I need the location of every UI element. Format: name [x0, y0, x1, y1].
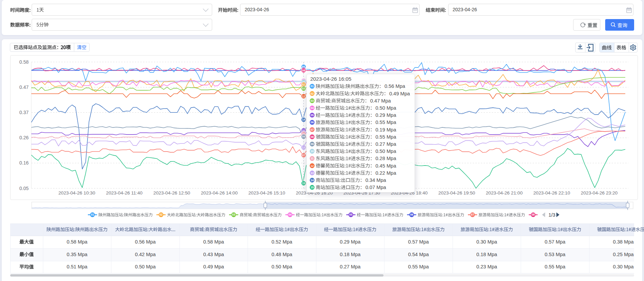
svg-text:0.38 Mpa: 0.38 Mpa — [613, 239, 634, 245]
svg-text:0.51 Mpa: 0.51 Mpa — [67, 264, 88, 269]
svg-text:08: 08 — [311, 135, 314, 139]
svg-text:0.57 Mpa: 0.57 Mpa — [545, 239, 566, 245]
svg-text:0.58 Mpa: 0.58 Mpa — [67, 239, 88, 245]
svg-text:0.29 Mpa: 0.29 Mpa — [340, 239, 361, 245]
svg-text:0.50 Mpa: 0.50 Mpa — [375, 105, 396, 111]
svg-text:0.25 Mpa: 0.25 Mpa — [613, 252, 634, 257]
svg-text:0.58 Mpa: 0.58 Mpa — [203, 239, 224, 245]
svg-text:0.23 Mpa: 0.23 Mpa — [476, 264, 498, 269]
svg-text:07: 07 — [311, 128, 314, 131]
svg-text:0.55 Mpa: 0.55 Mpa — [545, 264, 566, 269]
svg-text:0.29 Mpa: 0.29 Mpa — [375, 112, 396, 118]
svg-text:14: 14 — [311, 178, 314, 182]
svg-text:0.45 Mpa: 0.45 Mpa — [375, 163, 396, 169]
svg-text:06: 06 — [311, 121, 314, 124]
svg-text:03: 03 — [232, 213, 236, 216]
svg-text:0.49 Mpa: 0.49 Mpa — [389, 91, 410, 96]
svg-text:06: 06 — [410, 213, 413, 216]
svg-text:0.30 Mpa: 0.30 Mpa — [476, 239, 498, 245]
svg-text:0.27 Mpa: 0.27 Mpa — [375, 141, 396, 147]
svg-text:0.55 Mpa: 0.55 Mpa — [408, 264, 429, 269]
svg-text:0.50 Mpa: 0.50 Mpa — [135, 264, 156, 269]
svg-text:0.28 Mpa: 0.28 Mpa — [375, 156, 396, 161]
svg-text:0.35 Mpa: 0.35 Mpa — [67, 252, 88, 257]
svg-text:0.18 Mpa: 0.18 Mpa — [340, 252, 361, 257]
svg-text:0.54 Mpa: 0.54 Mpa — [408, 252, 429, 257]
svg-text:0.52 Mpa: 0.52 Mpa — [271, 239, 293, 245]
svg-text:0.56 Mpa: 0.56 Mpa — [384, 83, 406, 89]
svg-text:0.48 Mpa: 0.48 Mpa — [271, 252, 293, 257]
svg-text:0.50 Mpa: 0.50 Mpa — [375, 149, 396, 154]
svg-text:0.27 Mpa: 0.27 Mpa — [340, 264, 361, 269]
svg-text:2023-04-26: 2023-04-26 — [453, 7, 477, 12]
svg-text:04: 04 — [288, 213, 292, 216]
svg-text:0.18 Mpa: 0.18 Mpa — [476, 252, 498, 257]
svg-text:0.19 Mpa: 0.19 Mpa — [375, 127, 396, 132]
svg-text:04: 04 — [311, 106, 314, 110]
svg-text:0.57 Mpa: 0.57 Mpa — [408, 239, 429, 245]
svg-text:13: 13 — [311, 171, 314, 175]
svg-text:0.43 Mpa: 0.43 Mpa — [203, 252, 224, 257]
svg-text:0.50 Mpa: 0.50 Mpa — [271, 264, 293, 269]
svg-text:0.42 Mpa: 0.42 Mpa — [135, 252, 156, 257]
svg-text:08: 08 — [532, 213, 535, 216]
svg-text:0.49 Mpa: 0.49 Mpa — [203, 264, 224, 269]
svg-text:0.55 Mpa: 0.55 Mpa — [375, 120, 396, 125]
svg-text:15: 15 — [311, 186, 314, 189]
svg-text:1/3: 1/3 — [549, 212, 555, 218]
svg-text:11: 11 — [311, 157, 314, 160]
svg-text:05: 05 — [311, 113, 314, 117]
svg-text:0.47 Mpa: 0.47 Mpa — [370, 98, 391, 104]
svg-text:0.56 Mpa: 0.56 Mpa — [135, 239, 156, 245]
svg-text:02: 02 — [311, 92, 314, 95]
svg-text:05: 05 — [349, 213, 353, 216]
svg-text:0.55 Mpa: 0.55 Mpa — [375, 134, 396, 140]
svg-text:07: 07 — [471, 213, 474, 216]
svg-text:03: 03 — [311, 99, 314, 103]
svg-text:0.30 Mpa: 0.30 Mpa — [613, 264, 634, 269]
svg-text:02: 02 — [159, 213, 163, 216]
svg-text:01: 01 — [311, 84, 314, 88]
svg-text:10: 10 — [311, 150, 314, 153]
svg-text:0.22 Mpa: 0.22 Mpa — [375, 170, 396, 176]
svg-text:2023-04-26: 2023-04-26 — [245, 7, 269, 12]
svg-text:2023-04-26 16:05: 2023-04-26 16:05 — [310, 76, 351, 82]
svg-text:01: 01 — [91, 213, 94, 216]
svg-text:12: 12 — [311, 164, 314, 168]
svg-text:0.07 Mpa: 0.07 Mpa — [365, 185, 387, 190]
svg-text:0.34 Mpa: 0.34 Mpa — [365, 177, 387, 183]
svg-text:09: 09 — [311, 142, 314, 146]
svg-text:0.53 Mpa: 0.53 Mpa — [545, 252, 566, 257]
